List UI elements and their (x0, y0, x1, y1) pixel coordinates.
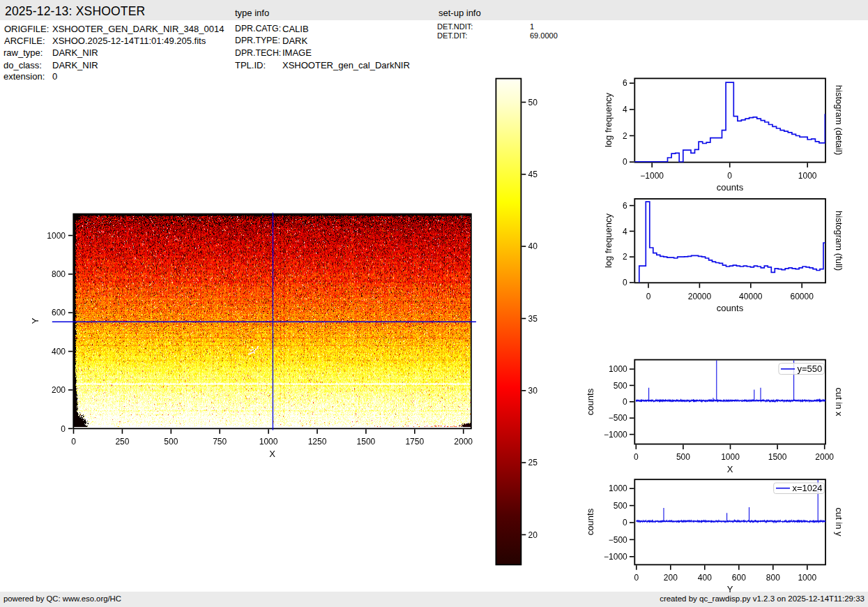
svg-text:1000: 1000 (798, 171, 817, 181)
svg-text:log frequency: log frequency (603, 92, 614, 147)
svg-text:0: 0 (634, 573, 639, 583)
svg-text:600: 600 (52, 308, 66, 317)
svg-text:counts: counts (585, 508, 595, 535)
svg-text:500: 500 (614, 501, 627, 511)
svg-text:400: 400 (698, 573, 712, 583)
svg-text:2000: 2000 (815, 452, 834, 462)
svg-text:cut in y: cut in y (834, 507, 844, 537)
svg-text:1000: 1000 (47, 231, 66, 241)
svg-text:Y: Y (30, 317, 40, 324)
svg-text:0: 0 (634, 452, 639, 462)
svg-text:0: 0 (623, 397, 627, 407)
svg-text:1000: 1000 (721, 452, 740, 462)
svg-text:200: 200 (664, 573, 678, 583)
svg-text:2: 2 (623, 131, 627, 141)
svg-text:30: 30 (528, 386, 538, 396)
svg-text:−1000: −1000 (640, 171, 664, 181)
svg-text:45: 45 (528, 170, 538, 179)
svg-text:250: 250 (115, 437, 129, 447)
svg-text:60000: 60000 (791, 292, 814, 301)
svg-text:X: X (727, 464, 733, 474)
svg-text:1250: 1250 (308, 437, 327, 447)
svg-text:800: 800 (766, 573, 780, 583)
svg-text:40: 40 (528, 241, 538, 251)
svg-text:500: 500 (676, 452, 690, 462)
svg-text:0: 0 (727, 171, 732, 181)
svg-text:40000: 40000 (739, 292, 763, 301)
svg-text:1500: 1500 (357, 437, 376, 447)
svg-text:20: 20 (528, 530, 538, 540)
svg-text:750: 750 (213, 437, 227, 447)
svg-text:500: 500 (164, 437, 178, 447)
svg-text:1500: 1500 (768, 452, 787, 462)
svg-text:800: 800 (52, 269, 66, 279)
svg-text:25: 25 (528, 458, 538, 467)
svg-text:1000: 1000 (609, 484, 627, 493)
svg-text:log frequency: log frequency (603, 213, 614, 268)
svg-text:counts: counts (585, 388, 595, 415)
svg-text:6: 6 (623, 78, 627, 88)
svg-text:0: 0 (646, 292, 651, 301)
svg-text:6: 6 (623, 201, 627, 211)
svg-text:200: 200 (52, 385, 66, 395)
svg-text:histogram (full): histogram (full) (834, 211, 844, 271)
svg-text:0: 0 (623, 278, 627, 287)
svg-text:−1000: −1000 (604, 552, 627, 562)
svg-text:y=550: y=550 (798, 364, 823, 374)
svg-text:1750: 1750 (405, 437, 424, 447)
svg-text:counts: counts (717, 182, 744, 193)
svg-text:cut in x: cut in x (834, 387, 844, 417)
svg-text:−500: −500 (609, 413, 627, 423)
svg-text:0: 0 (623, 157, 627, 167)
svg-text:2000: 2000 (454, 437, 473, 447)
svg-text:counts: counts (717, 303, 744, 313)
svg-text:0: 0 (71, 437, 76, 447)
svg-text:20000: 20000 (688, 292, 712, 301)
svg-text:1000: 1000 (798, 573, 816, 583)
svg-text:1000: 1000 (609, 364, 627, 374)
svg-text:4: 4 (623, 227, 627, 237)
svg-text:X: X (269, 449, 275, 459)
svg-text:−500: −500 (609, 535, 627, 545)
svg-text:0: 0 (61, 424, 66, 434)
svg-text:x=1024: x=1024 (793, 483, 823, 493)
svg-text:50: 50 (528, 98, 538, 107)
svg-text:2: 2 (623, 252, 627, 262)
svg-text:Y: Y (727, 584, 733, 594)
svg-text:500: 500 (614, 381, 627, 391)
svg-text:−1000: −1000 (604, 430, 627, 440)
svg-text:35: 35 (528, 314, 538, 324)
svg-text:400: 400 (52, 347, 66, 357)
svg-text:histogram (detail): histogram (detail) (834, 85, 844, 155)
svg-text:4: 4 (623, 105, 627, 114)
svg-text:1000: 1000 (259, 437, 278, 447)
svg-text:0: 0 (623, 518, 627, 527)
svg-text:600: 600 (732, 573, 746, 583)
